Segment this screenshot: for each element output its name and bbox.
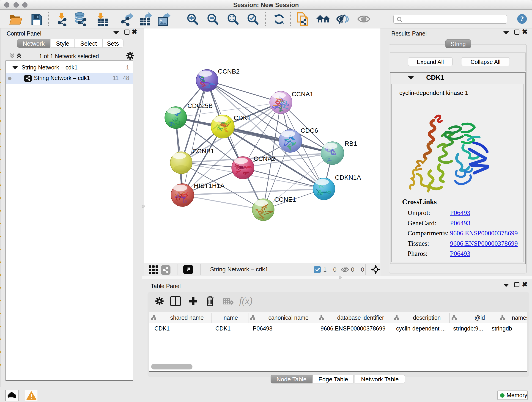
svg-text:CDC25B: CDC25B	[187, 102, 213, 109]
svg-text:CCNB1: CCNB1	[192, 148, 214, 155]
svg-text:CDC6: CDC6	[301, 127, 318, 134]
svg-text:?: ?	[520, 15, 524, 23]
svg-text:RB1: RB1	[345, 140, 357, 147]
svg-text:CDKN1A: CDKN1A	[335, 174, 361, 181]
svg-text:CCNA2: CCNA2	[254, 155, 275, 162]
svg-text:CCNA1: CCNA1	[292, 90, 313, 98]
svg-text:HIST1H1A: HIST1H1A	[194, 182, 225, 189]
svg-text:CDK1: CDK1	[234, 114, 251, 121]
svg-text:CCNE1: CCNE1	[274, 196, 296, 203]
svg-text:CCNB2: CCNB2	[218, 68, 240, 75]
